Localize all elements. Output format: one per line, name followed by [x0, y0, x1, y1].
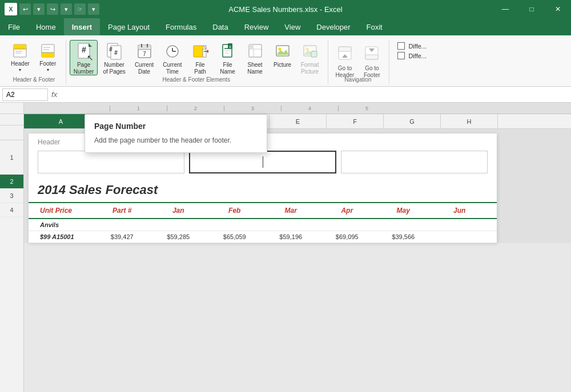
close-button[interactable]: ✕	[545, 0, 571, 18]
cell-price-a4[interactable]: $99 A15001	[38, 231, 94, 243]
ruler-marks: 1 2 3 4 5	[110, 106, 571, 111]
cell-b3[interactable]	[94, 219, 151, 231]
current-date-icon: 7	[135, 42, 154, 60]
current-time-icon	[163, 42, 182, 60]
footer-button[interactable]: Footer ▾	[35, 40, 61, 75]
header-left-cell[interactable]	[38, 151, 184, 173]
menu-page-layout[interactable]: Page Layout	[100, 18, 158, 35]
col-header-F[interactable]: F	[327, 114, 384, 128]
svg-rect-26	[194, 46, 203, 57]
menu-foxit[interactable]: Foxit	[359, 18, 391, 35]
menu-home[interactable]: Home	[28, 18, 64, 35]
sheet-title: 2014 Sales Forecast	[29, 178, 497, 202]
col-header-G[interactable]: G	[384, 114, 441, 128]
header-center-cell[interactable]	[189, 151, 337, 173]
different-first-checkbox[interactable]	[397, 42, 405, 50]
different-first-checkbox-item[interactable]: Diffe...	[397, 42, 427, 50]
redo-dropdown[interactable]: ▾	[61, 3, 72, 15]
sheet-name-icon	[246, 42, 264, 60]
data-row-anvils: Anvils	[29, 219, 497, 231]
ribbon-group-options: Diffe... Diffe...	[391, 40, 436, 84]
menu-view[interactable]: View	[276, 18, 308, 35]
svg-rect-28	[203, 49, 206, 57]
header-footer-group-label: Header & Footer	[7, 75, 61, 84]
menu-review[interactable]: Review	[236, 18, 277, 35]
cell-b4[interactable]: $39,427	[94, 231, 151, 243]
file-name-button[interactable]: X FileName	[215, 40, 241, 75]
cell-h3[interactable]	[432, 219, 488, 231]
sheet-name-button[interactable]: SheetName	[242, 40, 268, 75]
customize-toolbar[interactable]: ▾	[88, 3, 99, 15]
different-odd-even-checkbox-item[interactable]: Diffe...	[397, 52, 427, 59]
menu-insert[interactable]: Insert	[64, 18, 100, 35]
cell-e3[interactable]	[263, 219, 319, 231]
file-path-label: FilePath	[194, 62, 206, 75]
col-may: May	[375, 203, 432, 218]
cell-d4[interactable]: $65,059	[207, 231, 263, 243]
menu-file[interactable]: File	[0, 18, 28, 35]
undo-dropdown[interactable]: ▾	[33, 3, 45, 15]
cell-f4[interactable]: $69,095	[319, 231, 376, 243]
cell-h4[interactable]	[432, 231, 488, 243]
number-of-pages-button[interactable]: # # Numberof Pages	[99, 40, 129, 75]
format-picture-button[interactable]: FormatPicture	[297, 40, 323, 75]
ribbon-checkboxes: Diffe... Diffe...	[393, 40, 431, 62]
data-header-row: Unit Price Part # Jan Feb Mar Apr May Ju…	[29, 202, 497, 219]
cell-reference-box[interactable]: A2	[2, 88, 48, 101]
header-icon	[11, 42, 29, 59]
col-header-E[interactable]: E	[270, 114, 327, 128]
current-time-button[interactable]: CurrentTime	[159, 40, 186, 75]
cell-d3[interactable]	[207, 219, 263, 231]
col-jun: Jun	[432, 203, 488, 218]
ribbon-options-items: Diffe... Diffe...	[393, 40, 431, 84]
file-path-button[interactable]: FilePath	[187, 40, 214, 75]
picture-label: Picture	[274, 62, 291, 68]
formula-bar: A2 fx	[0, 87, 571, 103]
menu-formulas[interactable]: Formulas	[158, 18, 204, 35]
maximize-button[interactable]: □	[518, 0, 545, 18]
formula-input[interactable]	[61, 88, 569, 101]
page-number-button[interactable]: # PageNumber ↖	[70, 40, 98, 75]
go-to-footer-button[interactable]: Go toFooter	[359, 40, 384, 75]
cell-c3[interactable]	[150, 219, 207, 231]
menu-data[interactable]: Data	[204, 18, 236, 35]
cell-g4[interactable]: $39,566	[375, 231, 432, 243]
ruler-mark-5: 5	[338, 106, 395, 111]
ruler-mark-2: 2	[167, 106, 224, 111]
current-date-button[interactable]: 7 CurrentDate	[131, 40, 158, 75]
ribbon-group-navigation: Go toHeader Go toFooter Navigation	[329, 40, 390, 84]
cell-c4[interactable]: $59,285	[150, 231, 207, 243]
cell-g3[interactable]	[375, 219, 432, 231]
different-odd-even-label: Diffe...	[408, 52, 427, 59]
tooltip-title: Page Number	[94, 122, 258, 131]
header-button[interactable]: Header ▾	[7, 40, 34, 75]
minimize-button[interactable]: —	[492, 0, 518, 18]
window-controls: — □ ✕	[492, 0, 571, 18]
ruler-mark-3: 3	[224, 106, 281, 111]
header-right-cell[interactable]	[341, 151, 488, 173]
ribbon: Header ▾ Footer ▾	[0, 35, 571, 87]
picture-button[interactable]: Picture	[270, 40, 296, 75]
tooltip: Page Number Add the page number to the h…	[85, 114, 267, 153]
different-odd-even-checkbox[interactable]	[397, 52, 405, 59]
ribbon-navigation-items: Go toHeader Go toFooter	[332, 40, 385, 75]
row-num-2: 2	[0, 175, 23, 189]
menu-developer[interactable]: Developer	[308, 18, 358, 35]
row-num-3: 3	[0, 189, 23, 203]
redo-button[interactable]: ↪	[47, 3, 58, 15]
format-picture-label: FormatPicture	[301, 62, 319, 75]
cell-f3[interactable]	[319, 219, 376, 231]
col-header-H[interactable]: H	[441, 114, 498, 128]
elements-group-label: Header & Footer Elements	[70, 75, 323, 84]
touch-mode-button[interactable]: ☞	[74, 3, 86, 15]
svg-point-45	[305, 48, 308, 51]
ribbon-group-header-footer: Header ▾ Footer ▾	[5, 40, 66, 84]
formula-fx-label: fx	[51, 90, 57, 99]
undo-button[interactable]: ↩	[19, 3, 31, 15]
go-to-header-button[interactable]: Go toHeader	[332, 40, 359, 75]
cell-anvils[interactable]: Anvils	[38, 219, 94, 231]
svg-rect-49	[339, 47, 351, 51]
title-bar-left: X ↩ ▾ ↪ ▾ ☞ ▾	[5, 3, 99, 15]
current-date-label: CurrentDate	[135, 62, 154, 75]
cell-e4[interactable]: $59,196	[263, 231, 319, 243]
